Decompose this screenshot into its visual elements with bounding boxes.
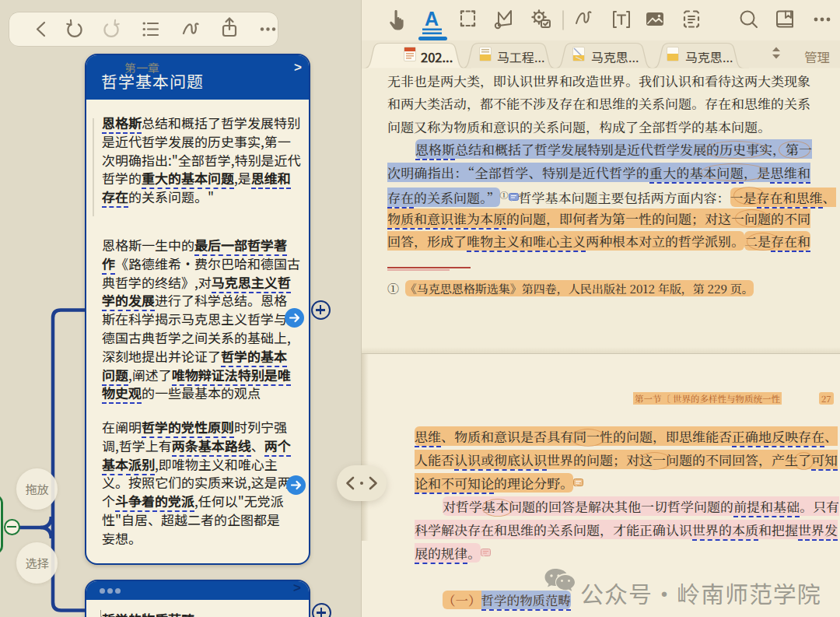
svg-text:A: A xyxy=(425,8,439,30)
